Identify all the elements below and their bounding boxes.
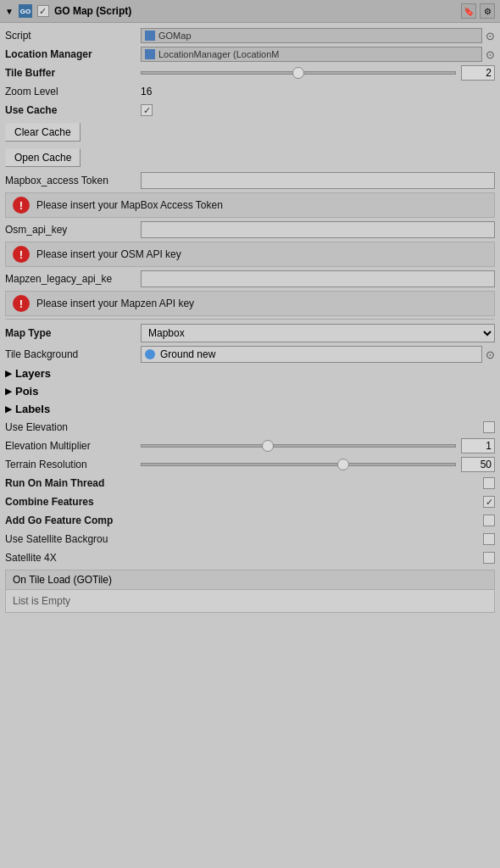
use-elevation-label: Use Elevation <box>5 421 483 433</box>
elevation-slider-container: 1 <box>141 438 495 453</box>
map-type-label: Map Type <box>5 327 141 339</box>
mapzen-api-key-label: Mapzen_legacy_api_ke <box>5 273 141 285</box>
tile-background-label: Tile Background <box>5 348 141 360</box>
mapbox-token-input[interactable] <box>141 172 495 189</box>
layers-arrow-icon: ▶ <box>5 369 12 378</box>
use-elevation-checkbox[interactable] <box>483 421 495 433</box>
open-cache-btn-row: Open Cache <box>5 145 495 170</box>
separator-1 <box>5 319 495 320</box>
mapbox-error-icon: ! <box>13 197 30 214</box>
add-go-feature-checkbox[interactable] <box>483 515 495 526</box>
satellite-4x-label: Satellite 4X <box>5 552 483 564</box>
elevation-multiplier-label: Elevation Multiplier <box>5 440 141 452</box>
script-row: Script GOMap ⊙ <box>5 26 495 45</box>
layers-label: Layers <box>15 367 51 380</box>
mapzen-error-text: Please insert your Mapzen API key <box>36 298 194 309</box>
labels-section-header[interactable]: ▶ Labels <box>5 400 495 418</box>
tile-bg-gear-icon[interactable]: ⊙ <box>486 348 495 361</box>
osm-api-key-input[interactable] <box>141 221 495 238</box>
on-tile-load-box: On Tile Load (GOTile) List is Empty <box>5 570 495 613</box>
script-value: GOMap <box>158 31 192 41</box>
satellite-4x-row: Satellite 4X <box>5 548 495 567</box>
go-icon: GO <box>19 4 32 18</box>
clear-cache-button[interactable]: Clear Cache <box>5 123 81 142</box>
tile-buffer-slider-container: 2 <box>141 65 495 81</box>
elevation-multiplier-value[interactable]: 1 <box>461 438 495 453</box>
terrain-resolution-label: Terrain Resolution <box>5 459 141 470</box>
location-manager-row: Location Manager LocationManager (Locati… <box>5 45 495 64</box>
checkbox-enabled[interactable] <box>37 5 49 17</box>
location-gear-icon[interactable]: ⊙ <box>486 48 495 61</box>
content-area: Script GOMap ⊙ Location Manager Location… <box>0 23 500 619</box>
tile-background-value: Ground new <box>160 348 215 360</box>
combine-features-checkbox[interactable] <box>483 496 495 508</box>
pois-label: Pois <box>15 385 38 398</box>
mapzen-api-key-input[interactable] <box>141 270 495 287</box>
run-on-main-thread-checkbox[interactable] <box>483 477 495 489</box>
osm-error-icon: ! <box>13 246 30 263</box>
tile-buffer-value[interactable]: 2 <box>461 65 495 81</box>
title-text: GO Map (Script) <box>54 5 456 17</box>
script-gear-icon[interactable]: ⊙ <box>486 30 495 42</box>
add-go-feature-row: Add Go Feature Comp <box>5 511 495 530</box>
use-satellite-checkbox[interactable] <box>483 533 495 545</box>
on-tile-load-header: On Tile Load (GOTile) <box>6 570 494 590</box>
mapzen-error-box: ! Please insert your Mapzen API key <box>5 291 495 316</box>
add-go-feature-label: Add Go Feature Comp <box>5 515 483 526</box>
osm-api-key-label: Osm_api_key <box>5 224 141 236</box>
mapbox-token-row: Mapbox_access Token <box>5 170 495 191</box>
mapbox-error-text: Please insert your MapBox Access Token <box>36 199 223 211</box>
location-icon <box>145 49 155 59</box>
mapzen-api-key-row: Mapzen_legacy_api_ke <box>5 269 495 289</box>
mapbox-token-label: Mapbox_access Token <box>5 175 141 186</box>
labels-label: Labels <box>15 403 50 415</box>
run-on-main-thread-label: Run On Main Thread <box>5 477 483 489</box>
map-type-select[interactable]: Mapbox <box>141 324 495 342</box>
osm-error-text: Please insert your OSM API key <box>36 248 181 260</box>
script-field: GOMap <box>141 28 482 43</box>
use-cache-checkbox[interactable] <box>141 104 153 116</box>
osm-api-key-row: Osm_api_key <box>5 220 495 240</box>
satellite-4x-checkbox[interactable] <box>483 552 495 564</box>
run-on-main-thread-row: Run On Main Thread <box>5 474 495 492</box>
settings-button[interactable]: ⚙ <box>480 3 495 19</box>
main-window: ▼ GO GO Map (Script) 🔖 ⚙ Script GOMap ⊙ … <box>0 0 500 619</box>
tile-bg-dot <box>145 349 155 359</box>
on-tile-load-empty: List is Empty <box>6 590 494 612</box>
open-cache-button[interactable]: Open Cache <box>5 148 81 167</box>
mapzen-error-icon: ! <box>13 295 30 312</box>
zoom-level-label: Zoom Level <box>5 86 141 97</box>
tile-buffer-label: Tile Buffer <box>5 67 141 79</box>
bookmark-button[interactable]: 🔖 <box>461 3 476 19</box>
terrain-resolution-row: Terrain Resolution 50 <box>5 455 495 474</box>
terrain-resolution-slider[interactable] <box>141 463 456 466</box>
terrain-slider-container: 50 <box>141 457 495 472</box>
use-satellite-row: Use Satellite Backgrou <box>5 530 495 548</box>
mapbox-error-box: ! Please insert your MapBox Access Token <box>5 192 495 218</box>
combine-features-label: Combine Features <box>5 496 483 508</box>
location-manager-field: LocationManager (LocationM <box>141 47 482 62</box>
pois-arrow-icon: ▶ <box>5 387 12 396</box>
pois-section-header[interactable]: ▶ Pois <box>5 382 495 400</box>
script-icon <box>145 31 155 41</box>
elevation-multiplier-row: Elevation Multiplier 1 <box>5 437 495 455</box>
tile-buffer-slider[interactable] <box>141 71 456 75</box>
terrain-resolution-value[interactable]: 50 <box>461 457 495 472</box>
osm-error-box: ! Please insert your OSM API key <box>5 242 495 267</box>
combine-features-row: Combine Features <box>5 492 495 511</box>
layers-section-header[interactable]: ▶ Layers <box>5 364 495 382</box>
collapse-arrow[interactable]: ▼ <box>5 7 14 16</box>
use-cache-label: Use Cache <box>5 104 141 116</box>
title-icons: 🔖 ⚙ <box>461 3 495 19</box>
clear-cache-btn-row: Clear Cache <box>5 120 495 145</box>
elevation-slider[interactable] <box>141 444 456 448</box>
map-type-row: Map Type Mapbox <box>5 322 495 344</box>
title-bar: ▼ GO GO Map (Script) 🔖 ⚙ <box>0 0 500 23</box>
use-elevation-row: Use Elevation <box>5 418 495 437</box>
use-satellite-label: Use Satellite Backgrou <box>5 533 483 545</box>
tile-background-field: Ground new <box>141 346 482 363</box>
labels-arrow-icon: ▶ <box>5 404 12 414</box>
location-manager-label: Location Manager <box>5 48 141 60</box>
zoom-level-row: Zoom Level 16 <box>5 82 495 101</box>
script-label: Script <box>5 30 141 42</box>
